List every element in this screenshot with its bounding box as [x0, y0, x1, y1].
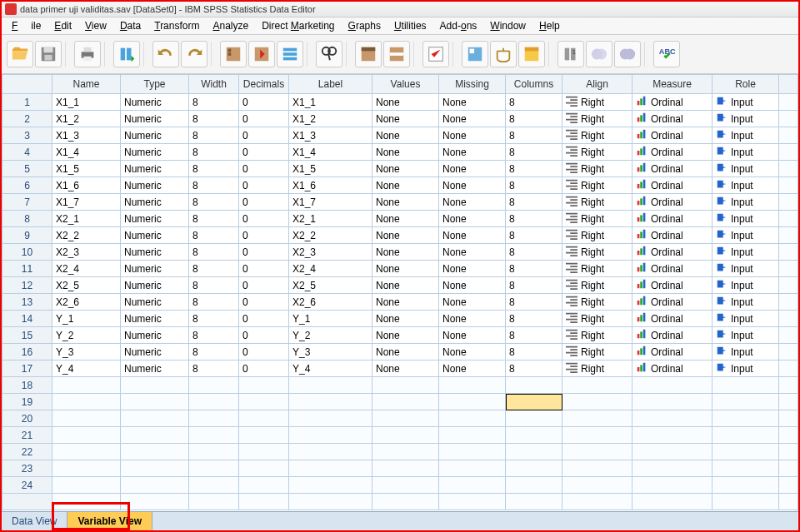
cell-align[interactable]: Right [562, 127, 632, 144]
table-row[interactable]: 9X2_2Numeric80X2_2NoneNone8RightOrdinalI… [2, 227, 798, 244]
cell-role[interactable] [712, 477, 779, 494]
cell-name[interactable]: X1_5 [52, 161, 121, 177]
cell-align[interactable]: Right [562, 111, 632, 127]
cell-label[interactable]: X2_4 [289, 261, 372, 277]
cell-columns[interactable] [506, 410, 562, 427]
cell-role[interactable]: Input [712, 360, 779, 377]
cell-blank[interactable] [779, 394, 798, 410]
cell-align[interactable]: Right [562, 311, 632, 327]
cell-columns[interactable]: 8 [506, 294, 562, 311]
cell-blank[interactable] [779, 410, 798, 427]
table-row[interactable]: 17Y_4Numeric80Y_4NoneNone8RightOrdinalIn… [2, 360, 798, 377]
weight-cases-button[interactable] [490, 41, 517, 67]
cell-width[interactable] [189, 394, 239, 410]
cell-decimals[interactable] [239, 410, 289, 427]
cell-width[interactable]: 8 [189, 360, 239, 377]
cell-measure[interactable]: Ordinal [632, 94, 712, 111]
row-number[interactable]: 5 [2, 161, 52, 177]
cell-width[interactable]: 8 [189, 261, 239, 277]
cell-width[interactable] [189, 477, 239, 494]
cell-values[interactable] [372, 427, 439, 444]
menu-analyze[interactable]: Analyze [206, 18, 255, 33]
cell-values[interactable]: None [372, 111, 439, 127]
cell-missing[interactable] [439, 477, 506, 494]
cell-measure[interactable]: Ordinal [632, 211, 712, 227]
cell-columns[interactable]: 8 [506, 94, 562, 111]
cell-values[interactable]: None [372, 327, 439, 344]
cell-label[interactable]: X1_3 [289, 127, 372, 144]
cell-align[interactable]: Right [562, 177, 632, 194]
row-number[interactable]: 9 [2, 227, 52, 244]
cell-columns[interactable] [506, 444, 562, 460]
cell-measure[interactable]: Ordinal [632, 261, 712, 277]
cell-decimals[interactable] [239, 427, 289, 444]
table-row[interactable]: 3X1_3Numeric80X1_3NoneNone8RightOrdinalI… [2, 127, 798, 144]
row-number[interactable]: 6 [2, 177, 52, 194]
cell-missing[interactable]: None [439, 127, 506, 144]
cell-role[interactable] [712, 377, 779, 394]
cell-width[interactable]: 8 [189, 227, 239, 244]
cell-values[interactable] [372, 410, 439, 427]
cell-decimals[interactable]: 0 [239, 161, 289, 177]
cell-name[interactable]: Y_2 [52, 327, 121, 344]
row-number[interactable]: 7 [2, 194, 52, 211]
cell-label[interactable] [289, 394, 372, 410]
cell-label[interactable]: Y_2 [289, 327, 372, 344]
find-button[interactable] [316, 41, 342, 67]
split-file-button[interactable] [355, 41, 382, 67]
cell-type[interactable]: Numeric [121, 294, 189, 311]
cell-decimals[interactable]: 0 [239, 211, 289, 227]
cell-align[interactable]: Right [562, 194, 632, 211]
cell-role[interactable]: Input [712, 261, 779, 277]
cell-measure[interactable]: Ordinal [632, 344, 712, 360]
cell-type[interactable]: Numeric [121, 94, 189, 111]
cell-values[interactable]: None [372, 344, 439, 360]
cell-label[interactable]: X1_4 [289, 144, 372, 161]
cell-type[interactable] [121, 410, 189, 427]
cell-width[interactable]: 8 [189, 161, 239, 177]
select-cases-button[interactable] [422, 41, 449, 67]
cell-name[interactable]: X1_6 [52, 177, 121, 194]
cell-role[interactable]: Input [712, 194, 779, 211]
cell-role[interactable]: Input [712, 227, 779, 244]
cell-columns[interactable]: 8 [506, 211, 562, 227]
cell-type[interactable]: Numeric [121, 161, 189, 177]
cell-type[interactable] [121, 377, 189, 394]
cell-label[interactable]: X1_6 [289, 177, 372, 194]
cell-measure[interactable] [632, 477, 712, 494]
cell-type[interactable]: Numeric [121, 177, 189, 194]
table-row-empty[interactable]: 21 [2, 427, 798, 444]
cell-columns[interactable]: 8 [506, 177, 562, 194]
cell-name[interactable] [52, 477, 121, 494]
cell-role[interactable]: Input [712, 111, 779, 127]
cell-width[interactable]: 8 [189, 277, 239, 294]
cell-width[interactable]: 8 [189, 111, 239, 127]
row-number[interactable]: 17 [2, 360, 52, 377]
cell-columns[interactable] [506, 377, 562, 394]
cell-align[interactable]: Right [562, 244, 632, 261]
cell-width[interactable]: 8 [189, 344, 239, 360]
goto-case-button[interactable] [220, 41, 247, 67]
table-row-empty[interactable]: 19 [2, 394, 798, 410]
row-number[interactable]: 1 [2, 94, 52, 111]
row-number[interactable]: 14 [2, 311, 52, 327]
cell-width[interactable]: 8 [189, 244, 239, 261]
cell-decimals[interactable]: 0 [239, 277, 289, 294]
venn-button[interactable] [586, 41, 612, 67]
cell-missing[interactable]: None [439, 261, 506, 277]
menu-edit[interactable]: Edit [48, 18, 78, 33]
cell-columns[interactable] [506, 394, 562, 410]
cell-label[interactable] [289, 477, 372, 494]
cell-type[interactable] [121, 460, 189, 477]
variable-grid[interactable]: Name Type Width Decimals Label Values Mi… [2, 74, 798, 511]
cell-width[interactable] [189, 444, 239, 460]
cell-measure[interactable]: Ordinal [632, 111, 712, 127]
cell-measure[interactable]: Ordinal [632, 294, 712, 311]
cell-missing[interactable]: None [439, 111, 506, 127]
cell-role[interactable]: Input [712, 161, 779, 177]
menu-data[interactable]: Data [113, 18, 148, 33]
cell-missing[interactable] [439, 427, 506, 444]
cell-label[interactable] [289, 460, 372, 477]
cell-align[interactable]: Right [562, 344, 632, 360]
cell-name[interactable]: X2_1 [52, 211, 121, 227]
